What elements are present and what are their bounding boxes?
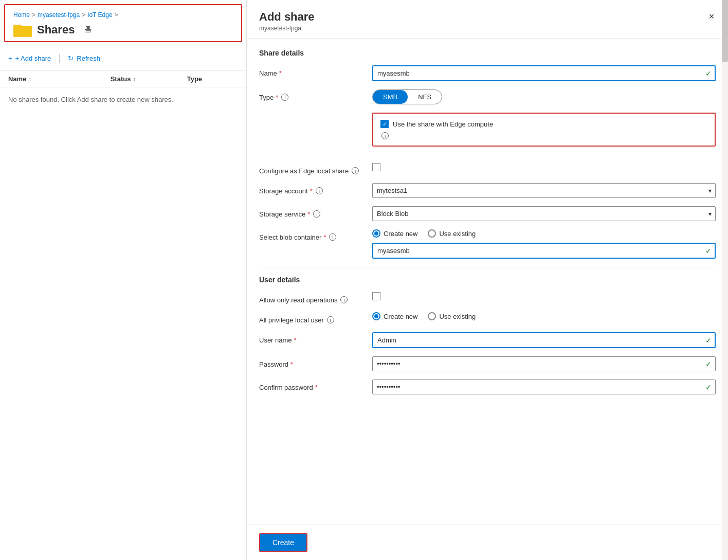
edge-compute-checkbox-row: Use the share with Edge compute [380,120,707,128]
confirm-password-label: Confirm password * [259,380,372,391]
create-button[interactable]: Create [259,533,307,552]
col-name-sort-icon[interactable]: ↕ [28,76,31,82]
allow-read-info-icon[interactable]: i [340,296,348,303]
blob-use-existing-radio[interactable] [428,229,436,238]
type-toggle: SMB NFS [372,89,442,104]
refresh-button[interactable]: ↻ Refresh [68,52,100,64]
confirm-password-required: * [315,384,318,391]
name-form-row: Name * ✓ [259,65,716,81]
type-nfs-button[interactable]: NFS [408,90,442,104]
type-label: Type * i [259,89,372,101]
storage-account-select[interactable]: mytestsa1 [372,183,716,198]
edge-compute-section: Use the share with Edge compute i [372,113,716,147]
allow-read-checkbox-wrapper [372,292,716,300]
confirm-password-input[interactable] [372,380,716,394]
edge-compute-label: Use the share with Edge compute [393,120,493,128]
blob-create-new-radio[interactable] [372,229,380,238]
edge-compute-checkbox[interactable] [380,120,389,128]
username-input-wrapper: ✓ [372,332,716,348]
storage-service-required: * [307,210,310,218]
storage-service-info-icon[interactable]: i [313,210,320,218]
blob-create-new-label: Create new [384,230,417,238]
username-form-row: User name * ✓ [259,332,716,348]
panel-header: Add share myasetest-fpga × [247,0,728,39]
name-input[interactable] [372,65,716,81]
refresh-icon: ↻ [68,55,74,62]
storage-required: * [310,187,313,195]
configure-edge-label: Configure as Edge local share i [259,163,372,175]
page-title: Shares [37,23,75,37]
blob-required: * [323,233,326,241]
col-type-header: Type [187,75,238,83]
breadcrumb-home[interactable]: Home [13,11,30,19]
user-use-existing-option[interactable]: Use existing [428,312,476,320]
user-create-new-radio[interactable] [372,312,380,320]
password-input[interactable] [372,356,716,371]
scroll-thumb[interactable] [722,0,728,62]
type-smb-button[interactable]: SMB [373,90,408,104]
panel-content: Share details Name * ✓ Type * i SMB [247,39,728,525]
type-info-icon[interactable]: i [281,94,288,101]
panel-subtitle: myasetest-fpga [259,25,716,32]
storage-service-select[interactable]: Block Blob [372,206,716,221]
all-privilege-control: Create new Use existing [372,312,716,320]
storage-account-form-row: Storage account * i mytestsa1 ▾ [259,183,716,198]
col-type-label: Type [187,75,202,83]
breadcrumb-sep-2: > [82,11,85,19]
type-required: * [276,94,278,101]
all-privilege-form-row: All privilege local user i Create new Us… [259,312,716,324]
blob-container-form-row: Select blob container * i Create new Use… [259,229,716,259]
breadcrumb-sep-1: > [32,11,35,19]
configure-edge-checkbox[interactable] [372,163,380,171]
configure-edge-info-icon[interactable]: i [352,167,359,174]
edge-compute-info-icon[interactable]: i [381,132,389,139]
blob-use-existing-option[interactable]: Use existing [428,229,476,238]
blob-check-icon: ✓ [705,247,712,255]
print-icon[interactable]: 🖶 [84,25,92,34]
allow-read-label: Allow only read operations i [259,292,372,304]
all-privilege-label: All privilege local user i [259,312,372,324]
close-button[interactable]: × [703,8,720,25]
all-privilege-info-icon[interactable]: i [327,316,334,323]
add-share-label: + Add share [15,55,51,62]
user-radio-group: Create new Use existing [372,312,716,320]
user-use-existing-label: Use existing [439,313,476,320]
blob-container-info-icon[interactable]: i [329,233,336,241]
blob-radio-group: Create new Use existing [372,229,716,238]
breadcrumb-sep-3: > [115,11,118,19]
password-form-row: Password * ✓ [259,356,716,371]
storage-service-form-row: Storage service * i Block Blob ▾ [259,206,716,221]
table-header: Name ↕ Status ↕ Type [0,71,246,87]
right-panel: Add share myasetest-fpga × Share details… [247,0,728,560]
user-details-section-title: User details [259,276,716,284]
col-status-sort-icon[interactable]: ↕ [133,76,136,82]
name-label: Name * [259,65,372,77]
left-panel: Home > myasetest-fpga > IoT Edge > Share… [0,0,247,560]
allow-read-form-row: Allow only read operations i [259,292,716,304]
blob-container-label: Select blob container * i [259,229,372,241]
panel-footer: Create [247,525,728,560]
scrollbar[interactable] [722,0,728,560]
col-name-header: Name ↕ [8,75,111,83]
col-name-label: Name [8,75,26,83]
user-create-new-option[interactable]: Create new [372,312,417,320]
add-share-button[interactable]: + + Add share [8,52,51,64]
storage-account-info-icon[interactable]: i [316,187,323,194]
allow-read-checkbox[interactable] [372,292,380,300]
username-input[interactable] [372,332,716,348]
confirm-password-check-icon: ✓ [705,383,712,391]
name-input-wrapper: ✓ [372,65,716,81]
breadcrumb-myasetest[interactable]: myasetest-fpga [38,11,80,19]
breadcrumb-iotedge[interactable]: IoT Edge [87,11,112,19]
edge-compute-info-row: i [380,132,707,139]
name-check-icon: ✓ [705,69,712,78]
storage-account-label: Storage account * i [259,183,372,195]
blob-input-wrapper: ✓ [372,243,716,259]
blob-input[interactable] [372,243,716,259]
refresh-label: Refresh [77,55,100,62]
breadcrumb: Home > myasetest-fpga > IoT Edge > [13,11,233,19]
user-use-existing-radio[interactable] [428,312,436,320]
storage-account-wrapper: mytestsa1 ▾ [372,183,716,198]
configure-edge-checkbox-wrapper [372,163,716,171]
blob-create-new-option[interactable]: Create new [372,229,417,238]
